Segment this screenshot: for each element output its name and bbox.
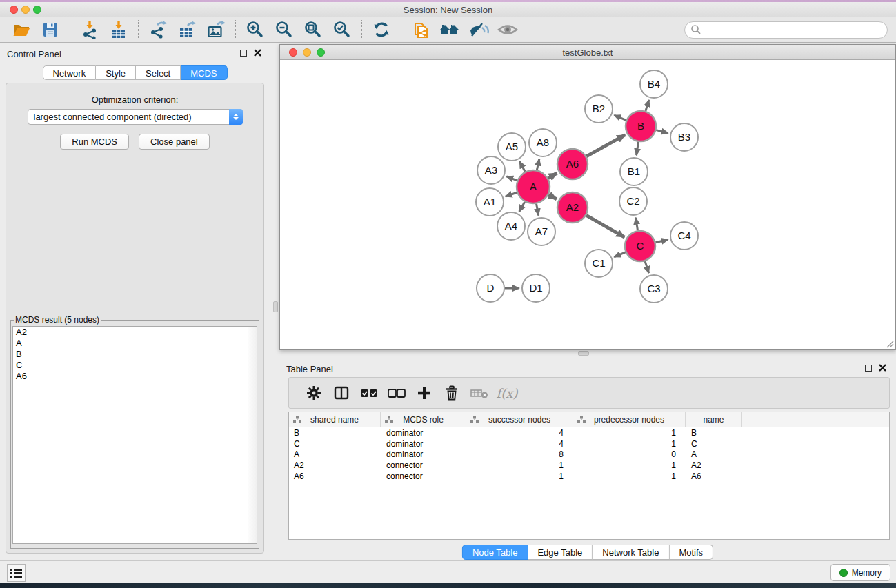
zoom-out-icon[interactable] xyxy=(270,19,299,41)
tab-edge-table[interactable]: Edge Table xyxy=(528,545,593,560)
graph-node-A5[interactable]: A5 xyxy=(498,133,526,161)
graph-node-A1[interactable]: A1 xyxy=(476,188,504,216)
column-sort-icon[interactable] xyxy=(385,416,393,424)
float-panel-icon[interactable] xyxy=(865,365,872,372)
export-image-icon[interactable] xyxy=(201,19,230,41)
mcds-result-item[interactable]: A6 xyxy=(13,371,257,382)
graph-edge-B-B2[interactable] xyxy=(614,115,626,120)
graph-node-A6[interactable]: A6 xyxy=(557,149,588,179)
add-column-icon[interactable] xyxy=(410,381,438,405)
graph-edge-A-A2[interactable] xyxy=(548,195,557,199)
graph-node-B2[interactable]: B2 xyxy=(585,95,613,123)
copy-network-icon[interactable] xyxy=(406,19,435,41)
graph-node-D[interactable]: D xyxy=(477,274,504,302)
mcds-result-item[interactable]: A2 xyxy=(13,327,257,338)
refresh-layout-icon[interactable] xyxy=(367,19,396,41)
graph-edge-C-C3[interactable] xyxy=(645,261,649,273)
graph-node-B3[interactable]: B3 xyxy=(670,123,698,151)
graph-edge-A-A7[interactable] xyxy=(537,204,539,216)
column-sort-icon[interactable] xyxy=(577,416,586,424)
graph-edge-A2-C[interactable] xyxy=(586,215,624,237)
export-table-icon[interactable] xyxy=(172,19,201,41)
home-view-icon[interactable] xyxy=(435,19,464,41)
mcds-result-item[interactable]: B xyxy=(13,349,257,360)
mcds-result-item[interactable]: C xyxy=(13,360,257,371)
memory-button[interactable]: Memory xyxy=(830,564,890,581)
close-panel-button[interactable]: Close panel xyxy=(139,134,210,150)
vertical-splitter-handle[interactable] xyxy=(273,301,278,312)
graph-edge-C-C2[interactable] xyxy=(636,218,638,231)
graph-edge-A-A5[interactable] xyxy=(519,161,525,172)
optimization-criterion-select[interactable]: largest connected component (directed) xyxy=(28,109,243,125)
graph-node-A4[interactable]: A4 xyxy=(497,212,525,240)
close-panel-icon[interactable] xyxy=(254,49,261,57)
task-history-button[interactable] xyxy=(7,564,26,582)
open-folder-icon[interactable] xyxy=(7,19,36,41)
save-session-icon[interactable] xyxy=(36,19,65,41)
scrollbar-track[interactable] xyxy=(248,327,257,543)
tab-motifs[interactable]: Motifs xyxy=(669,545,713,560)
graph-node-C1[interactable]: C1 xyxy=(585,250,613,277)
graph-node-D1[interactable]: D1 xyxy=(522,274,550,302)
select-all-icon[interactable] xyxy=(355,381,383,405)
tab-mcds[interactable]: MCDS xyxy=(181,65,227,80)
network-window-titlebar[interactable]: testGlobe.txt xyxy=(280,45,895,60)
graph-node-C2[interactable]: C2 xyxy=(619,187,647,215)
graph-node-A2[interactable]: A2 xyxy=(557,192,588,223)
mcds-result-list[interactable]: A2ABCA6 xyxy=(12,326,257,544)
graph-edge-A-A4[interactable] xyxy=(519,202,525,212)
graph-node-B1[interactable]: B1 xyxy=(620,158,648,185)
graph-edge-B-B3[interactable] xyxy=(656,130,668,133)
graph-node-B4[interactable]: B4 xyxy=(640,70,668,98)
hide-selected-icon[interactable] xyxy=(464,19,493,41)
column-view-icon[interactable] xyxy=(328,381,355,405)
table-row[interactable]: A2connector11A2 xyxy=(289,460,889,471)
graph-edge-A-A8[interactable] xyxy=(537,159,539,170)
graph-edge-B-B4[interactable] xyxy=(646,100,649,111)
horizontal-splitter-handle[interactable] xyxy=(578,351,589,356)
graph-node-A[interactable]: A xyxy=(517,170,550,203)
zoom-selected-icon[interactable] xyxy=(328,19,357,41)
graph-node-B[interactable]: B xyxy=(626,111,656,141)
column-header-name[interactable]: name xyxy=(686,412,742,427)
table-settings-gear-icon[interactable] xyxy=(300,381,328,405)
run-mcds-button[interactable]: Run MCDS xyxy=(60,134,129,150)
graph-edge-C-C4[interactable] xyxy=(655,239,668,242)
column-sort-icon[interactable] xyxy=(470,416,479,424)
graph-node-C4[interactable]: C4 xyxy=(670,222,698,250)
table-row[interactable]: Cdominator41C xyxy=(289,438,889,449)
search-input[interactable] xyxy=(701,25,874,35)
graph-node-A3[interactable]: A3 xyxy=(477,156,505,184)
search-field[interactable] xyxy=(684,21,888,39)
window-resize-grip[interactable] xyxy=(885,339,894,348)
tab-network-table[interactable]: Network Table xyxy=(593,545,669,560)
import-network-icon[interactable] xyxy=(75,19,104,41)
delete-column-trash-icon[interactable] xyxy=(438,381,466,405)
column-header-predecessor-nodes[interactable]: predecessor nodes xyxy=(573,412,686,427)
import-table-icon[interactable] xyxy=(104,19,133,41)
deselect-all-icon[interactable] xyxy=(383,381,410,405)
graph-edge-A-A6[interactable] xyxy=(548,173,557,178)
column-header-successor-nodes[interactable]: successor nodes xyxy=(466,412,573,427)
tab-style[interactable]: Style xyxy=(96,65,136,80)
tab-network[interactable]: Network xyxy=(42,65,96,80)
app-titlebar[interactable]: Session: New Session xyxy=(0,2,896,17)
show-all-icon[interactable] xyxy=(493,19,522,41)
mcds-result-item[interactable]: A xyxy=(13,338,257,349)
network-view-window[interactable]: testGlobe.txt B4B2BB3A5A8A6B1A3AA1C2A2A4… xyxy=(279,44,896,350)
graph-edge-C-C1[interactable] xyxy=(614,252,626,257)
column-header-mcds-role[interactable]: MCDS role xyxy=(381,412,466,427)
float-panel-icon[interactable] xyxy=(240,50,247,57)
column-header-shared-name[interactable]: shared name xyxy=(289,412,381,427)
graph-edge-A-A1[interactable] xyxy=(506,192,517,196)
network-graph-canvas[interactable]: B4B2BB3A5A8A6B1A3AA1C2A2A4A7C4CC1C3DD1 xyxy=(280,60,895,349)
graph-node-A7[interactable]: A7 xyxy=(528,218,555,245)
table-row[interactable]: Adominator80A xyxy=(289,449,889,460)
graph-node-C3[interactable]: C3 xyxy=(640,275,668,303)
graph-edge-A6-B[interactable] xyxy=(586,135,625,156)
column-sort-icon[interactable] xyxy=(293,416,301,424)
close-panel-icon[interactable] xyxy=(879,364,886,372)
tab-node-table[interactable]: Node Table xyxy=(462,545,528,560)
graph-node-A8[interactable]: A8 xyxy=(529,129,557,156)
node-table[interactable]: shared nameMCDS rolesuccessor nodesprede… xyxy=(288,412,890,540)
